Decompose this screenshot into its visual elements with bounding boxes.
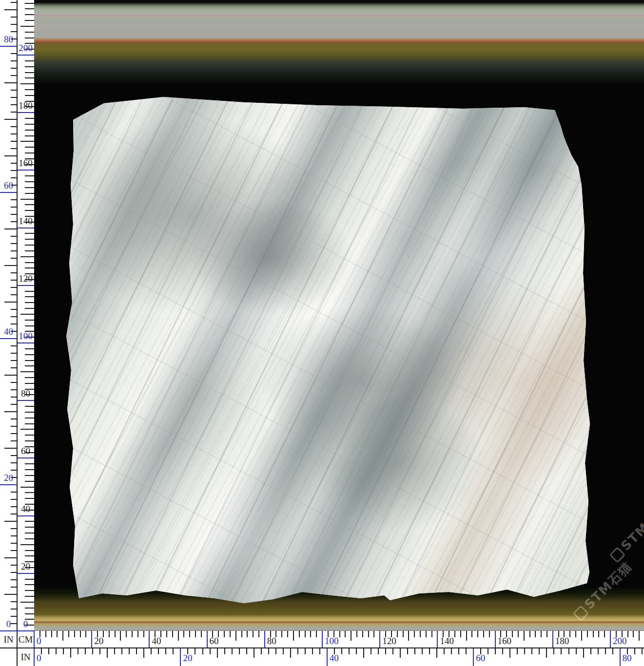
ruler-tick	[539, 648, 540, 654]
ruler-tick	[553, 648, 554, 654]
ruler-tick	[25, 377, 34, 378]
ruler-tick	[217, 648, 218, 658]
ruler-major-line	[264, 631, 265, 648]
ruler-tick	[25, 267, 34, 268]
ruler-tick	[85, 648, 86, 654]
ruler-tick	[25, 418, 34, 419]
ruler-label: 0	[17, 619, 34, 629]
ruler-tick	[56, 648, 57, 654]
ruler-tick	[639, 631, 640, 641]
ruler-label: 0	[37, 636, 41, 646]
marble-slab	[63, 93, 595, 607]
ruler-label: 60	[17, 446, 34, 456]
ruler-tick	[444, 648, 445, 654]
ruler-tick	[385, 648, 386, 654]
ruler-tick	[299, 631, 300, 637]
ruler-tick	[25, 469, 34, 470]
ruler-tick	[80, 631, 81, 637]
ruler-label: 40	[152, 636, 161, 646]
ruler-tick	[349, 648, 350, 654]
ruler-label: 20	[183, 653, 192, 663]
ruler-tick	[25, 175, 34, 176]
ruler-tick	[137, 631, 138, 637]
ruler-tick	[25, 348, 34, 349]
ruler-tick	[460, 631, 461, 637]
corner-label-inch-row: IN	[17, 648, 34, 666]
ruler-tick	[25, 360, 34, 361]
ruler-tick	[25, 590, 34, 591]
ruler-tick	[351, 631, 351, 641]
ruler-tick	[451, 648, 452, 654]
ruler-tick	[535, 631, 536, 637]
ruler-major-line	[91, 631, 92, 648]
ruler-tick	[25, 291, 34, 292]
ruler-tick	[25, 233, 34, 234]
watermark-text: STM石猫	[617, 500, 644, 555]
ruler-label: 20	[0, 473, 17, 483]
ruler-tick	[201, 631, 202, 637]
ruler-tick	[4, 155, 17, 156]
ruler-label: 20	[17, 562, 34, 571]
ruler-tick	[518, 631, 519, 637]
vertical-cm-ruler: 020406080100120140160180200	[17, 0, 34, 631]
ruler-tick	[25, 245, 34, 246]
ruler-tick	[509, 648, 510, 658]
ruler-tick	[275, 648, 276, 654]
ruler-major-line	[17, 573, 34, 574]
ruler-tick	[283, 648, 284, 654]
ruler-tick	[173, 648, 174, 654]
ruler-tick	[25, 406, 34, 407]
ruler-tick	[126, 631, 127, 637]
ruler-major-line	[149, 631, 150, 648]
ruler-tick	[420, 631, 421, 637]
ruler-major-line	[17, 112, 34, 113]
ruler-tick	[165, 648, 166, 654]
ruler-label: 120	[382, 636, 396, 646]
ruler-tick	[25, 3, 34, 4]
ruler-tick	[25, 435, 34, 436]
ruler-tick	[25, 596, 34, 597]
ruler-tick	[172, 631, 173, 637]
ruler-tick	[339, 631, 340, 637]
ruler-tick	[4, 557, 17, 558]
ruler-tick	[261, 648, 262, 654]
ruler-tick	[414, 648, 415, 654]
ruler-tick	[4, 119, 17, 120]
ruler-major-line	[327, 648, 328, 666]
ruler-tick	[114, 648, 115, 654]
ruler-major-line	[610, 631, 611, 648]
ruler-tick	[4, 265, 17, 266]
ruler-tick	[598, 648, 599, 654]
ruler-tick	[373, 631, 374, 637]
ruler-tick	[25, 308, 34, 309]
ruler-tick	[605, 648, 606, 654]
ruler-tick	[183, 631, 184, 637]
ruler-major-line	[17, 343, 34, 343]
ruler-tick	[25, 210, 34, 211]
ruler-tick	[575, 631, 576, 637]
ruler-tick	[85, 631, 86, 637]
ruler-tick	[25, 187, 34, 188]
ruler-label: 60	[210, 636, 219, 646]
ruler-tick	[576, 648, 577, 654]
ruler-tick	[195, 631, 196, 637]
ruler-tick	[63, 648, 64, 654]
ruler-tick	[408, 631, 409, 641]
ruler-tick	[281, 631, 282, 637]
corner-label-cm-column: CM	[17, 631, 34, 648]
ruler-tick	[310, 631, 311, 637]
ruler-tick	[25, 320, 34, 321]
ruler-label: 200	[17, 43, 34, 53]
ruler-tick	[524, 631, 525, 641]
ruler-tick	[25, 550, 34, 551]
ruler-tick	[25, 296, 34, 297]
ruler-tick	[546, 648, 547, 658]
ruler-tick	[429, 648, 430, 654]
ruler-tick	[99, 648, 100, 654]
ruler-tick	[541, 631, 542, 637]
scanner-bed-top-band	[34, 0, 644, 84]
ruler-major-line	[552, 631, 553, 648]
ruler-tick	[115, 631, 116, 637]
ruler-tick	[136, 648, 137, 654]
ruler-tick	[598, 631, 599, 637]
